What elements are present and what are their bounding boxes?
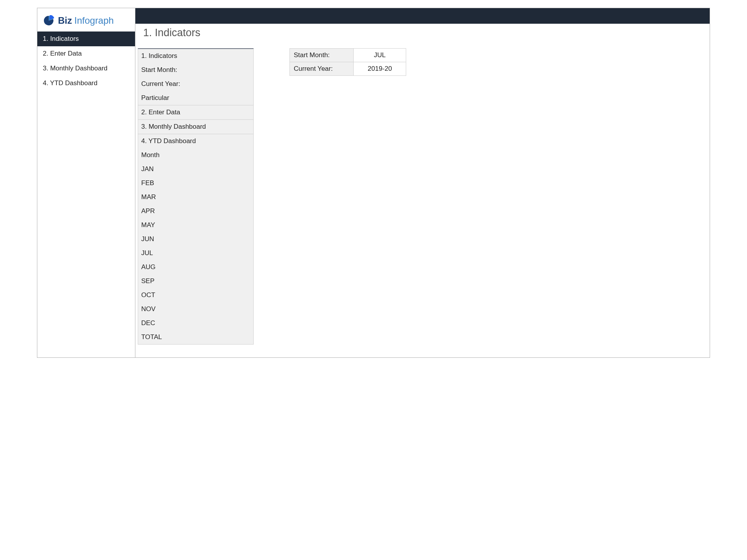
logo-biz-text: Biz xyxy=(58,15,72,26)
list-item[interactable]: Particular xyxy=(138,91,253,105)
list-item[interactable]: JUN xyxy=(138,232,253,246)
logo-infograph-text: Infograph xyxy=(74,15,114,26)
list-item[interactable]: OCT xyxy=(138,288,253,302)
sidebar-item-indicators[interactable]: 1. Indicators xyxy=(37,32,135,46)
list-item[interactable]: JUL xyxy=(138,246,253,260)
list-item[interactable]: TOTAL xyxy=(138,330,253,344)
sidebar-item-monthly-dashboard[interactable]: 3. Monthly Dashboard xyxy=(37,61,135,76)
list-item[interactable]: FEB xyxy=(138,176,253,190)
logo-text: Biz Infograph xyxy=(58,15,114,26)
sidebar: Biz Infograph 1. Indicators 2. Enter Dat… xyxy=(37,8,135,357)
list-item[interactable]: APR xyxy=(138,204,253,218)
list-item[interactable]: AUG xyxy=(138,260,253,274)
page-title: 1. Indicators xyxy=(135,24,710,48)
info-table: Start Month: JUL Current Year: 2019-20 xyxy=(289,48,406,76)
list-item[interactable]: 2. Enter Data xyxy=(138,105,253,120)
list-item[interactable]: 4. YTD Dashboard xyxy=(138,134,253,148)
list-item[interactable]: Month xyxy=(138,148,253,162)
content-area: 1. Indicators Start Month: Current Year:… xyxy=(135,48,710,345)
table-row: Start Month: JUL xyxy=(290,49,406,62)
current-year-label: Current Year: xyxy=(290,62,354,76)
list-item[interactable]: 3. Monthly Dashboard xyxy=(138,120,253,134)
sidebar-item-enter-data[interactable]: 2. Enter Data xyxy=(37,46,135,61)
list-item[interactable]: SEP xyxy=(138,274,253,288)
start-month-value[interactable]: JUL xyxy=(354,49,406,62)
start-month-label: Start Month: xyxy=(290,49,354,62)
logo-section: Biz Infograph xyxy=(37,8,135,32)
pie-chart-icon xyxy=(43,15,54,26)
list-item[interactable]: 1. Indicators xyxy=(138,49,253,63)
app-container: Biz Infograph 1. Indicators 2. Enter Dat… xyxy=(37,8,710,358)
table-row: Current Year: 2019-20 xyxy=(290,62,406,76)
list-item[interactable]: MAR xyxy=(138,190,253,204)
current-year-value[interactable]: 2019-20 xyxy=(354,62,406,76)
sidebar-item-ytd-dashboard[interactable]: 4. YTD Dashboard xyxy=(37,76,135,91)
list-item[interactable]: Start Month: xyxy=(138,63,253,77)
list-item[interactable]: DEC xyxy=(138,316,253,330)
top-bar xyxy=(135,8,710,24)
list-item[interactable]: Current Year: xyxy=(138,77,253,91)
list-item[interactable]: MAY xyxy=(138,218,253,232)
list-item[interactable]: JAN xyxy=(138,162,253,176)
indicators-list: 1. Indicators Start Month: Current Year:… xyxy=(138,48,254,345)
list-item[interactable]: NOV xyxy=(138,302,253,316)
nav-items: 1. Indicators 2. Enter Data 3. Monthly D… xyxy=(37,32,135,91)
main-content: 1. Indicators 1. Indicators Start Month:… xyxy=(135,8,710,357)
